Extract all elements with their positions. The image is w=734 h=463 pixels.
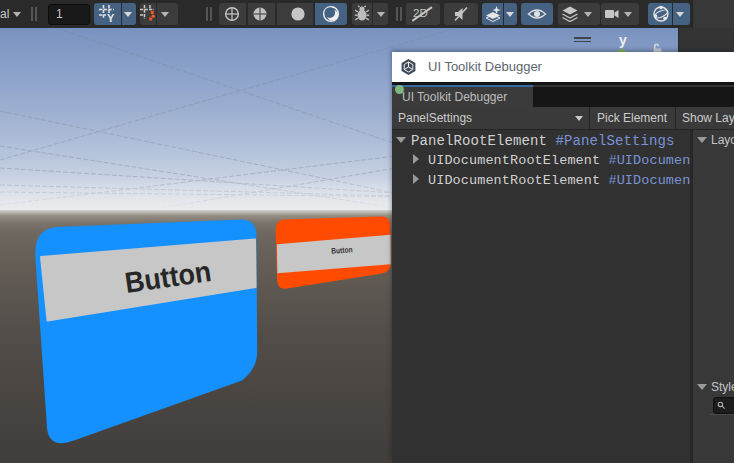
svg-text:Y: Y: [107, 12, 115, 23]
